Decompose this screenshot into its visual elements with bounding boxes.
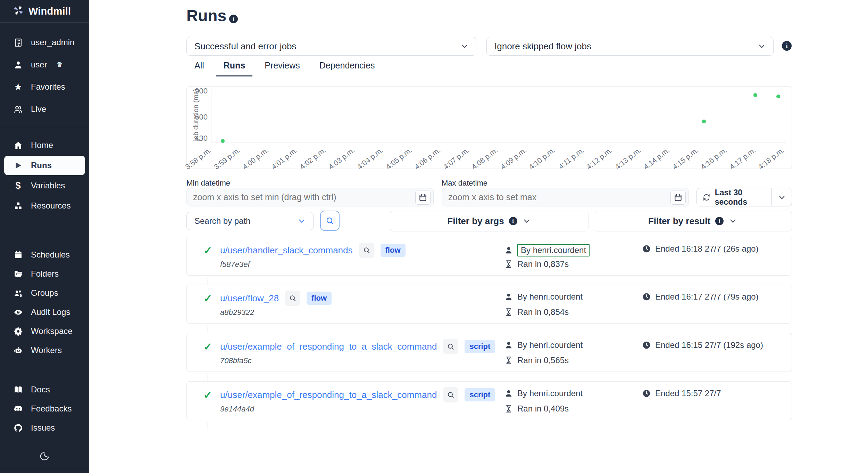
- workspace-logo[interactable]: Windmill: [0, 0, 89, 22]
- chart-data-point[interactable]: [753, 93, 757, 97]
- clock-icon: [642, 292, 651, 301]
- info-icon[interactable]: i: [229, 15, 238, 23]
- sidebar-item-label: Favorites: [31, 82, 65, 92]
- info-icon: i: [509, 217, 517, 225]
- person-icon: [504, 341, 513, 350]
- run-path-link[interactable]: u/user/example_of_responding_to_a_slack_…: [220, 390, 437, 400]
- chart-x-tick: 4:00 p.m.: [241, 146, 270, 171]
- sidebar-item-label: Resources: [31, 201, 71, 211]
- divider: [0, 22, 89, 23]
- run-detail-button[interactable]: [443, 339, 458, 354]
- sidebar-item-groups[interactable]: Groups: [0, 284, 89, 302]
- sidebar-item-runs[interactable]: Runs: [4, 156, 85, 175]
- chevron-down-icon: [777, 193, 786, 202]
- run-row[interactable]: ✓ u/user/flow_28 flow a8b29322 By henri.…: [186, 285, 792, 324]
- run-path-link[interactable]: u/user/handler_slack_commands: [220, 245, 353, 256]
- check-icon: ✓: [203, 292, 214, 304]
- check-icon: ✓: [203, 244, 214, 256]
- tab-previews[interactable]: Previews: [257, 60, 307, 76]
- refresh-icon: [702, 193, 711, 202]
- chevron-down-icon: [460, 42, 469, 51]
- folder-icon: [12, 269, 24, 279]
- runs-chart[interactable]: job duration (ms) 9006004303:58 p.m.3:59…: [186, 86, 792, 169]
- person-icon: [504, 389, 513, 398]
- person-icon: [504, 246, 513, 255]
- run-path-link[interactable]: u/user/flow_28: [220, 293, 279, 304]
- sidebar-item-audit-logs[interactable]: Audit Logs: [0, 303, 89, 321]
- home-icon: [12, 141, 24, 150]
- time-range-button[interactable]: Last 30 seconds: [696, 188, 792, 206]
- max-datetime-input[interactable]: [448, 192, 670, 202]
- chart-x-tick: 4:01 p.m.: [270, 146, 299, 171]
- star-icon: ★: [12, 82, 24, 92]
- run-detail-button[interactable]: [359, 243, 374, 258]
- run-row[interactable]: ✓ u/user/handler_slack_commands flow f58…: [186, 237, 792, 276]
- sidebar-item-issues[interactable]: Issues: [0, 418, 89, 437]
- skipped-flow-filter-value: Ignore skipped flow jobs: [494, 41, 757, 52]
- magnifier-icon: [289, 294, 297, 302]
- run-duration: Ran in 0,409s: [517, 404, 569, 414]
- windmill-logo-icon: [12, 5, 24, 18]
- job-status-filter-select[interactable]: Successful and error jobs: [186, 37, 476, 56]
- sidebar-item-label: Runs: [31, 161, 52, 170]
- run-id: 9e144a4d: [220, 405, 254, 414]
- chart-x-tick: 4:16 p.m.: [700, 146, 729, 171]
- sidebar-item-user-admin[interactable]: user_admin: [0, 33, 89, 52]
- sidebar-item-label: Variables: [31, 181, 65, 190]
- clock-icon: [642, 389, 651, 398]
- run-path-link[interactable]: u/user/example_of_responding_to_a_slack_…: [220, 341, 437, 352]
- chart-x-tick: 4:11 p.m.: [557, 146, 585, 171]
- info-icon[interactable]: i: [782, 41, 792, 51]
- building-icon: [12, 38, 24, 47]
- job-status-filter-value: Successful and error jobs: [194, 41, 460, 52]
- sidebar-item-home[interactable]: Home: [0, 136, 89, 155]
- search-button[interactable]: [320, 211, 340, 231]
- sidebar-item-docs[interactable]: Docs: [0, 380, 89, 399]
- github-icon: [12, 423, 24, 433]
- sidebar-item-workers[interactable]: Workers: [0, 341, 89, 360]
- run-row[interactable]: ✓ u/user/example_of_responding_to_a_slac…: [186, 333, 792, 372]
- sidebar-item-variables[interactable]: $ Variables: [0, 176, 89, 195]
- sidebar-item-feedbacks[interactable]: Feedbacks: [0, 399, 89, 418]
- sidebar-item-user[interactable]: user ♛: [0, 55, 89, 74]
- max-datetime-label: Max datetime: [442, 179, 487, 188]
- run-by: By henri.courdent: [517, 244, 590, 256]
- run-kind-tabs: All Runs Previews Dependencies: [186, 60, 792, 76]
- chart-data-point[interactable]: [221, 139, 225, 143]
- run-ended: Ended 15:57 27/7: [655, 389, 721, 398]
- sidebar-item-live[interactable]: Live: [0, 99, 89, 119]
- run-id: a8b29322: [220, 308, 254, 317]
- min-datetime-calendar-button[interactable]: [415, 190, 431, 205]
- run-duration: Ran in 0,854s: [517, 307, 569, 317]
- chevron-down-icon: [728, 217, 737, 226]
- skipped-flow-filter-select[interactable]: Ignore skipped flow jobs: [486, 37, 774, 56]
- chart-x-tick: 4:08 p.m.: [470, 146, 500, 171]
- tab-runs[interactable]: Runs: [216, 60, 253, 76]
- collapse-sidebar-button[interactable]: [0, 469, 89, 473]
- chart-x-tick: 4:14 p.m.: [642, 146, 671, 171]
- theme-toggle[interactable]: [0, 449, 89, 465]
- filter-by-result-label: Filter by result: [648, 216, 710, 227]
- sidebar-item-resources[interactable]: Resources: [0, 196, 89, 215]
- tab-dependencies[interactable]: Dependencies: [312, 60, 382, 76]
- sidebar-item-folders[interactable]: Folders: [0, 264, 89, 283]
- sidebar-item-label: Groups: [31, 288, 58, 298]
- chart-data-point[interactable]: [776, 95, 780, 98]
- chart-x-tick: 4:07 p.m.: [442, 146, 471, 171]
- search-by-path-select[interactable]: Search by path: [186, 212, 314, 230]
- users-icon: [12, 105, 24, 114]
- chart-data-point[interactable]: [702, 120, 706, 123]
- max-datetime-calendar-button[interactable]: [670, 190, 686, 205]
- run-detail-button[interactable]: [443, 387, 458, 402]
- filter-by-args-button[interactable]: Filter by args i: [390, 211, 589, 231]
- min-datetime-input[interactable]: [193, 192, 415, 202]
- info-icon: i: [715, 217, 724, 225]
- sidebar-item-workspace[interactable]: Workspace: [0, 322, 89, 341]
- sidebar-item-favorites[interactable]: ★ Favorites: [0, 77, 89, 97]
- filter-by-result-button[interactable]: Filter by result i: [594, 211, 792, 231]
- run-detail-button[interactable]: [285, 291, 300, 306]
- run-row[interactable]: ✓ u/user/example_of_responding_to_a_slac…: [186, 381, 792, 420]
- sidebar-item-schedules[interactable]: Schedules: [0, 245, 89, 264]
- tab-all[interactable]: All: [186, 60, 211, 76]
- time-range-chevron[interactable]: [772, 193, 792, 202]
